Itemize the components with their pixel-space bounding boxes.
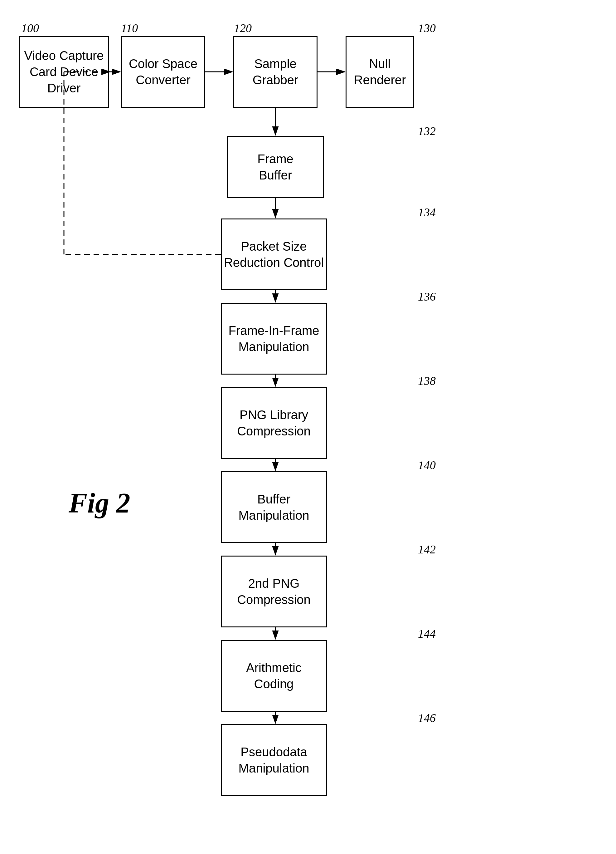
arithmetic-box: Arithmetic Coding <box>221 640 327 712</box>
diagram: 100 110 120 130 132 134 136 138 140 142 … <box>0 0 616 854</box>
ref-130: 130 <box>418 21 436 35</box>
png2-box: 2nd PNG Compression <box>221 556 327 627</box>
packet-size-box: Packet Size Reduction Control <box>221 218 327 290</box>
ref-110: 110 <box>121 21 138 35</box>
ref-144: 144 <box>418 627 436 640</box>
frame-in-frame-box: Frame-In-Frame Manipulation <box>221 303 327 375</box>
video-capture-box: Video Capture Card Device Driver <box>19 36 109 108</box>
ref-140: 140 <box>418 458 436 472</box>
ref-136: 136 <box>418 290 436 303</box>
buffer-manip-box: Buffer Manipulation <box>221 471 327 543</box>
png-library-box: PNG Library Compression <box>221 387 327 459</box>
pseudodata-box: Pseudodata Manipulation <box>221 724 327 796</box>
frame-buffer-box: Frame Buffer <box>227 136 324 198</box>
ref-146: 146 <box>418 711 436 725</box>
color-space-box: Color Space Converter <box>121 36 205 108</box>
ref-142: 142 <box>418 543 436 556</box>
ref-120: 120 <box>234 21 252 35</box>
fig-label: Fig 2 <box>68 487 130 519</box>
ref-132: 132 <box>418 124 436 138</box>
ref-134: 134 <box>418 205 436 219</box>
ref-100: 100 <box>21 21 39 35</box>
ref-138: 138 <box>418 374 436 388</box>
null-renderer-box: Null Renderer <box>345 36 414 108</box>
sample-grabber-box: Sample Grabber <box>233 36 318 108</box>
